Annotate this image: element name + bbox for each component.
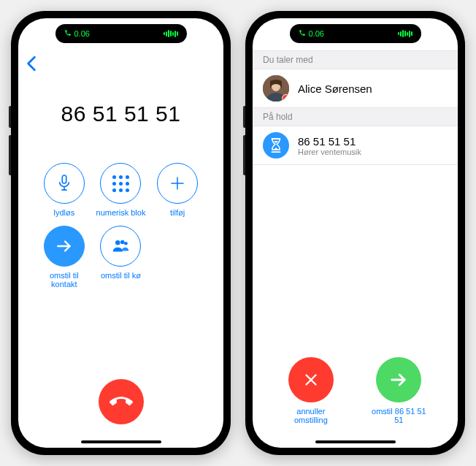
active-call-row[interactable]: Alice Sørensen <box>253 69 458 108</box>
contact-name: Alice Sørensen <box>298 83 372 95</box>
home-indicator[interactable] <box>315 440 396 443</box>
arrow-right-icon <box>44 226 85 267</box>
phone-icon <box>64 29 72 38</box>
hangup-icon <box>110 390 133 413</box>
cancel-label: annuller omstilling <box>282 407 340 424</box>
hold-number: 86 51 51 51 <box>298 135 361 148</box>
bottom-actions: annuller omstilling omstil 86 51 51 51 <box>253 357 458 424</box>
keypad-label: numerisk blok <box>96 208 146 217</box>
nav-bar <box>18 50 223 80</box>
add-button[interactable]: tilføj <box>152 163 203 217</box>
plus-icon <box>157 163 198 204</box>
audio-wave-icon <box>164 30 178 37</box>
bottom-actions <box>18 379 223 424</box>
mute-icon <box>44 163 85 204</box>
svg-rect-10 <box>272 138 281 140</box>
hourglass-icon <box>263 132 289 158</box>
keypad-button[interactable]: numerisk blok <box>96 163 147 217</box>
confirm-transfer-button[interactable] <box>376 357 421 402</box>
island-call-status: 0.06 <box>299 29 324 38</box>
transfer-contact-button[interactable]: omstil til kontakt <box>39 226 90 289</box>
svg-point-6 <box>125 242 128 245</box>
section-on-hold: På hold <box>253 108 458 126</box>
arrow-right-icon <box>388 370 409 390</box>
close-icon <box>302 370 320 389</box>
screen-right: 0.06 Du taler med Alice Sørensen På hold… <box>253 18 458 448</box>
phone-icon <box>299 29 306 38</box>
keypad-icon <box>100 163 141 204</box>
status-busy-icon <box>282 94 289 102</box>
svg-rect-0 <box>62 175 66 183</box>
hold-call-row[interactable]: 86 51 51 51 Hører ventemusik <box>253 126 458 165</box>
svg-point-4 <box>116 240 121 245</box>
transfer-queue-label: omstil til kø <box>101 271 141 280</box>
call-duration: 0.06 <box>74 29 90 38</box>
cancel-transfer-button[interactable] <box>288 357 334 402</box>
add-label: tilføj <box>170 208 185 217</box>
phone-right: 0.06 Du taler med Alice Sørensen På hold… <box>245 11 465 455</box>
mute-label: lydløs <box>53 208 74 217</box>
transfer-queue-button[interactable]: omstil til kø <box>96 226 147 289</box>
call-controls-grid: lydløs numerisk blok tilføj omstil til k… <box>18 163 223 289</box>
mute-button[interactable]: lydløs <box>39 163 90 217</box>
hangup-button[interactable] <box>99 379 144 424</box>
dialed-number: 86 51 51 51 <box>18 102 223 126</box>
section-talking-with: Du taler med <box>253 50 458 69</box>
screen-left: 0.06 86 51 51 51 lydløs n <box>18 18 223 448</box>
svg-point-5 <box>120 240 125 245</box>
island-call-status: 0.06 <box>64 29 90 38</box>
avatar <box>263 75 289 102</box>
transfer-label: omstil 86 51 51 51 <box>369 407 429 424</box>
dynamic-island: 0.06 <box>290 24 421 43</box>
call-duration: 0.06 <box>309 29 324 38</box>
dynamic-island: 0.06 <box>55 24 187 43</box>
hold-status: Hører ventemusik <box>298 148 361 156</box>
phone-left: 0.06 86 51 51 51 lydløs n <box>11 11 231 455</box>
home-indicator[interactable] <box>81 440 161 443</box>
audio-wave-icon <box>398 30 412 37</box>
back-button[interactable] <box>26 56 37 75</box>
svg-rect-11 <box>272 151 281 153</box>
transfer-contact-label: omstil til kontakt <box>39 271 90 289</box>
queue-icon <box>100 226 141 267</box>
